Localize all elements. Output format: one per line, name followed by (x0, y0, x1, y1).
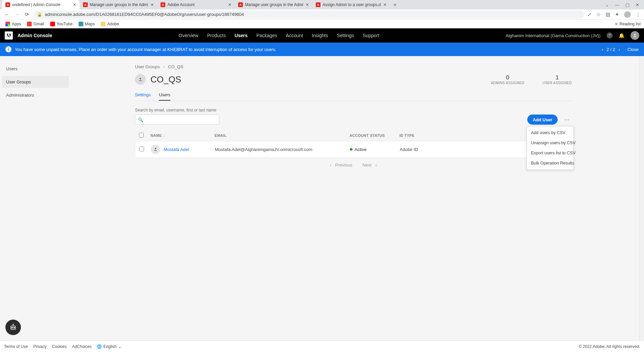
tab-close-icon[interactable]: ✕ (306, 2, 309, 7)
pager-next[interactable]: Next › (362, 162, 377, 168)
browser-tab-3[interactable]: A Manage user groups in the Admi ✕ (235, 0, 312, 9)
dropdown-unassign-csv[interactable]: Unassign users by CSV (527, 138, 573, 148)
notifications-icon[interactable]: 🔔 (619, 33, 624, 38)
svg-point-1 (140, 78, 141, 79)
extensions-icon[interactable]: ✦ (615, 11, 619, 18)
main-content: User Groups › CO_QS CO_QS 0 ADMINS ASSIG… (71, 56, 639, 341)
bookmark-adobe[interactable]: Adobe (99, 21, 121, 27)
nav-products[interactable]: Products (207, 29, 226, 42)
sidebar-item-users[interactable]: Users (2, 63, 69, 75)
banner-prev-icon[interactable]: ‹ (602, 47, 603, 52)
column-header-email[interactable]: EMAIL (215, 133, 349, 137)
column-header-status[interactable]: ACCOUNT STATUS (349, 133, 399, 137)
forward-icon[interactable]: → (13, 11, 20, 17)
back-icon[interactable]: ← (3, 11, 10, 17)
bookmark-star-icon[interactable]: ☆ (596, 11, 601, 18)
user-status: Active (355, 147, 366, 152)
primary-nav: Overview Products Users Packages Account… (179, 29, 380, 42)
browser-tab-2[interactable]: A Adobe Account ✕ (157, 0, 235, 9)
translate-icon[interactable]: ▤ (606, 11, 610, 18)
footer-privacy[interactable]: Privacy (33, 344, 47, 349)
bookmark-maps[interactable]: Maps (77, 21, 97, 27)
row-checkbox[interactable] (139, 147, 144, 151)
nav-insights[interactable]: Insights (312, 29, 328, 42)
tab-title: Assign Admin to a user groups.d (323, 2, 381, 7)
assistant-fab[interactable] (5, 320, 21, 335)
search-input[interactable] (143, 117, 216, 122)
user-name-link[interactable]: Mostafa Adel (164, 147, 189, 152)
nav-support[interactable]: Support (363, 29, 379, 42)
reading-list-label[interactable]: Reading list (619, 22, 641, 26)
org-switcher[interactable]: Alghanim International (Gama Constructio… (506, 33, 600, 38)
browser-tab-0[interactable]: A undefined | Admin Console ✕ (2, 0, 80, 9)
chevron-left-icon: ‹ (330, 162, 331, 168)
window-close-icon[interactable]: ✕ (636, 2, 639, 7)
sidebar-item-administrators[interactable]: Administrators (2, 89, 69, 101)
footer-language-switcher[interactable]: 🌐English⌄ (97, 344, 121, 349)
footer-adchoices[interactable]: AdChoices (72, 344, 91, 349)
reload-icon[interactable]: ⟳ (24, 11, 30, 18)
tab-title: Manage user groups in the Admi (245, 2, 304, 7)
dropdown-add-csv[interactable]: Add users by CSV (527, 128, 573, 138)
reading-list-icon[interactable]: ≡ (615, 22, 617, 26)
browser-tab-4[interactable]: A Assign Admin to a user groups.d ✕ (312, 0, 390, 9)
adobe-logo-icon[interactable] (5, 31, 13, 40)
help-icon[interactable]: ? (607, 32, 613, 39)
nav-users[interactable]: Users (234, 29, 248, 42)
address-bar[interactable]: 🔒 adminconsole.adobe.com/D1A0268161ED94C… (34, 10, 584, 19)
more-actions-button[interactable]: ⋯ (562, 115, 572, 125)
add-user-button[interactable]: Add User (527, 115, 558, 125)
sidebar-item-user-groups[interactable]: User Groups (2, 76, 69, 88)
tab-settings[interactable]: Settings (135, 90, 151, 101)
svg-point-4 (12, 327, 13, 328)
browser-tab-1[interactable]: A Manage user groups in the Admi ✕ (80, 0, 157, 9)
bookmark-apps[interactable]: Apps (3, 21, 23, 27)
stat-users: 1 USER ASSIGNED (542, 74, 572, 85)
tab-close-icon[interactable]: ✕ (228, 2, 231, 7)
users-table: NAME↓ EMAIL ACCOUNT STATUS ID TYPE Mosta… (135, 130, 572, 158)
profile-icon[interactable] (624, 11, 631, 18)
column-header-name[interactable]: NAME↓ (150, 133, 215, 137)
browser-tab-strip: A undefined | Admin Console ✕ A Manage u… (0, 0, 644, 9)
search-box[interactable]: 🔍 (135, 115, 219, 125)
profile-avatar[interactable] (631, 31, 639, 40)
dropdown-export-csv[interactable]: Export users list to CSV (527, 148, 573, 158)
footer-cookies[interactable]: Cookies (52, 344, 66, 349)
dropdown-bulk-results[interactable]: Bulk Operation Results (527, 158, 573, 168)
tab-title: Adobe Account (167, 2, 226, 7)
info-icon: i (5, 46, 11, 52)
select-all-checkbox[interactable] (139, 133, 144, 137)
stat-users-count: 1 (542, 74, 572, 81)
chrome-menu-icon[interactable]: ⋮ (636, 11, 641, 18)
tab-favicon-adobe: A (238, 2, 243, 7)
banner-text: You have some unpaid licenses. Place an … (15, 47, 276, 52)
tab-close-icon[interactable]: ✕ (73, 2, 76, 7)
nav-account[interactable]: Account (286, 29, 303, 42)
bookmark-gmail[interactable]: Gmail (25, 21, 46, 27)
banner-close-button[interactable]: Close (627, 47, 639, 52)
pager-previous[interactable]: ‹ Previous (330, 162, 353, 168)
footer-terms[interactable]: Terms of Use (4, 344, 28, 349)
tab-users[interactable]: Users (159, 90, 170, 101)
banner-next-icon[interactable]: › (618, 47, 620, 52)
scrollbar[interactable] (639, 56, 644, 341)
chevron-down-icon[interactable]: ⌄ (605, 2, 609, 7)
chevron-right-icon: › (163, 64, 165, 69)
tab-favicon-adobe: A (83, 2, 88, 7)
pagination: ‹ Previous Next › (135, 162, 572, 168)
window-minimize-icon[interactable]: — (615, 2, 619, 7)
window-controls: ⌄ — ▢ ✕ (605, 0, 644, 9)
window-maximize-icon[interactable]: ▢ (625, 2, 629, 7)
bookmark-youtube[interactable]: YouTube (48, 21, 75, 27)
tab-close-icon[interactable]: ✕ (150, 2, 154, 7)
breadcrumb-root[interactable]: User Groups (135, 64, 160, 69)
sort-down-icon: ↓ (163, 133, 165, 137)
new-tab-button[interactable]: ＋ (390, 0, 400, 9)
nav-overview[interactable]: Overview (179, 29, 198, 42)
nav-settings[interactable]: Settings (337, 29, 354, 42)
table-row[interactable]: Mostafa Adel Mostafa.Adel@AlghanimgamaJV… (135, 141, 572, 158)
nav-packages[interactable]: Packages (256, 29, 277, 42)
install-app-icon[interactable]: ⤢ (587, 11, 592, 18)
stat-users-label: USER ASSIGNED (542, 81, 572, 85)
tab-close-icon[interactable]: ✕ (383, 2, 387, 7)
